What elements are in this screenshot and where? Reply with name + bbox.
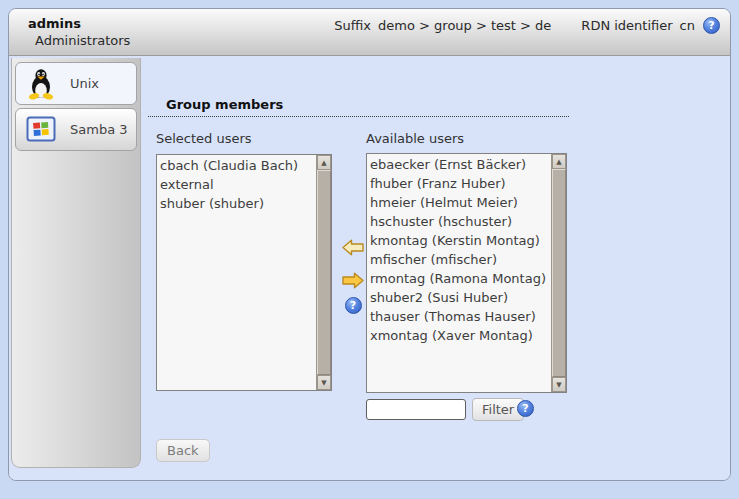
list-item[interactable]: external: [160, 175, 313, 194]
selected-users-listbox[interactable]: cbach (Claudia Bach)externalshuber (shub…: [156, 154, 332, 391]
selected-users-items: cbach (Claudia Bach)externalshuber (shub…: [157, 155, 316, 390]
page-subtitle: Administrators: [35, 33, 130, 48]
list-item[interactable]: shuber2 (Susi Huber): [370, 288, 548, 307]
scrollbar-thumb[interactable]: [552, 169, 566, 377]
help-icon[interactable]: ?: [345, 297, 362, 314]
section-title: Group members: [148, 97, 569, 117]
list-item[interactable]: fhuber (Franz Huber): [370, 174, 548, 193]
list-item[interactable]: xmontag (Xaver Montag): [370, 326, 548, 345]
right-arrow-icon: [342, 272, 364, 292]
help-icon[interactable]: ?: [517, 400, 534, 417]
scroll-up-button[interactable]: ▲: [317, 155, 331, 170]
scroll-up-button[interactable]: ▲: [552, 154, 566, 169]
list-item[interactable]: thauser (Thomas Hauser): [370, 307, 548, 326]
rdn-identifier-value: cn: [680, 18, 695, 33]
available-users-label: Available users: [366, 131, 464, 146]
tab-samba-3[interactable]: Samba 3: [15, 108, 137, 151]
available-users-items: ebaecker (Ernst Bäcker)fhuber (Franz Hub…: [367, 154, 551, 392]
windows-icon: [25, 114, 57, 146]
module-sidebar: Unix Samba 3: [11, 58, 141, 468]
help-icon[interactable]: ?: [703, 17, 720, 34]
remove-from-selected-button[interactable]: [341, 272, 365, 292]
list-item[interactable]: shuber (shuber): [160, 194, 313, 213]
panel-body: Unix Samba 3 Grou: [9, 56, 730, 481]
selected-users-scrollbar[interactable]: ▲ ▼: [316, 155, 331, 390]
tab-unix[interactable]: Unix: [15, 62, 137, 105]
tab-samba-3-label: Samba 3: [70, 122, 128, 137]
list-item[interactable]: rmontag (Ramona Montag): [370, 269, 548, 288]
back-button[interactable]: Back: [156, 439, 210, 462]
suffix-label: Suffix: [334, 18, 371, 33]
list-item[interactable]: hschuster (hschuster): [370, 212, 548, 231]
tab-unix-label: Unix: [70, 76, 99, 91]
header-right: Suffix demo > group > test > de RDN iden…: [334, 17, 720, 34]
title-bar: admins Administrators Suffix demo > grou…: [9, 9, 730, 56]
page: { "header": { "title": "admins", "subtit…: [0, 0, 739, 499]
filter-input[interactable]: [366, 399, 466, 420]
available-users-listbox[interactable]: ebaecker (Ernst Bäcker)fhuber (Franz Hub…: [366, 153, 567, 393]
left-arrow-icon: [342, 239, 364, 259]
tux-icon: [25, 68, 57, 100]
scroll-down-button[interactable]: ▼: [317, 375, 331, 390]
available-users-scrollbar[interactable]: ▲ ▼: [551, 154, 566, 392]
main-window: admins Administrators Suffix demo > grou…: [8, 8, 731, 481]
list-item[interactable]: ebaecker (Ernst Bäcker): [370, 155, 548, 174]
selected-users-label: Selected users: [156, 131, 252, 146]
add-to-selected-button[interactable]: [341, 239, 365, 259]
suffix-value: demo > group > test > de: [378, 18, 551, 33]
scrollbar-thumb[interactable]: [317, 170, 331, 375]
list-item[interactable]: cbach (Claudia Bach): [160, 156, 313, 175]
list-item[interactable]: kmontag (Kerstin Montag): [370, 231, 548, 250]
list-item[interactable]: mfischer (mfischer): [370, 250, 548, 269]
list-item[interactable]: hmeier (Helmut Meier): [370, 193, 548, 212]
members-help[interactable]: ?: [341, 297, 365, 314]
page-title: admins: [28, 16, 81, 31]
rdn-identifier-label: RDN identifier: [581, 18, 672, 33]
scroll-down-button[interactable]: ▼: [552, 377, 566, 392]
